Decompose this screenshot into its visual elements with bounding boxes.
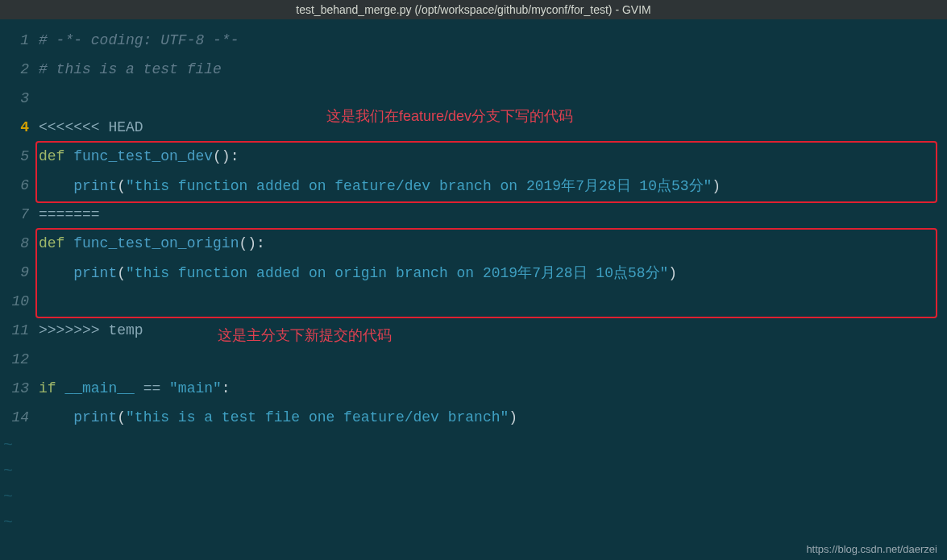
line-number: 11: [0, 322, 34, 338]
code-line: 5def func_test_on_dev():: [0, 142, 947, 171]
line-number: 7: [0, 206, 34, 222]
window-title: test_behand_merge.py (/opt/workspace/git…: [0, 0, 947, 19]
line-number: 8: [0, 235, 34, 251]
code-line: 7=======: [0, 200, 947, 229]
code-content[interactable]: =======: [34, 206, 100, 222]
empty-line-tilde: ~: [0, 509, 947, 535]
code-content[interactable]: >>>>>>> temp: [34, 322, 143, 338]
code-content[interactable]: # -*- coding: UTF-8 -*-: [34, 32, 239, 48]
code-content[interactable]: # this is a test file: [34, 61, 222, 77]
code-content[interactable]: print("this function added on origin bra…: [34, 263, 677, 282]
code-line: 4<<<<<<< HEAD: [0, 113, 947, 142]
line-number: 6: [0, 177, 34, 193]
line-number: 13: [0, 380, 34, 396]
code-line: 13if __main__ == "main":: [0, 374, 947, 403]
code-line: 6 print("this function added on feature/…: [0, 171, 947, 200]
code-line: 3: [0, 84, 947, 113]
code-content[interactable]: if __main__ == "main":: [34, 380, 231, 396]
line-number: 5: [0, 148, 34, 164]
code-line: 1# -*- coding: UTF-8 -*-: [0, 26, 947, 55]
code-content[interactable]: <<<<<<< HEAD: [34, 119, 143, 135]
line-number-current: 4: [0, 119, 34, 135]
code-line: 11>>>>>>> temp: [0, 316, 947, 345]
code-content[interactable]: print("this is a test file one feature/d…: [34, 409, 517, 425]
line-number: 1: [0, 32, 34, 48]
code-line: 2# this is a test file: [0, 55, 947, 84]
code-content[interactable]: def func_test_on_origin():: [34, 235, 265, 251]
line-number: 3: [0, 90, 34, 106]
line-number: 2: [0, 61, 34, 77]
watermark: https://blog.csdn.net/daerzei: [806, 543, 937, 555]
line-number: 10: [0, 293, 34, 309]
code-line: 8def func_test_on_origin():: [0, 229, 947, 258]
code-content[interactable]: print("this function added on feature/de…: [34, 176, 721, 195]
code-editor[interactable]: 1# -*- coding: UTF-8 -*- 2# this is a te…: [0, 19, 947, 535]
code-content[interactable]: def func_test_on_dev():: [34, 148, 239, 164]
code-line: 14 print("this is a test file one featur…: [0, 403, 947, 432]
empty-line-tilde: ~: [0, 432, 947, 458]
code-line: 10: [0, 287, 947, 316]
line-number: 14: [0, 409, 34, 425]
line-number: 12: [0, 351, 34, 367]
empty-line-tilde: ~: [0, 483, 947, 509]
empty-line-tilde: ~: [0, 458, 947, 483]
line-number: 9: [0, 264, 34, 280]
code-line: 9 print("this function added on origin b…: [0, 258, 947, 287]
code-line: 12: [0, 345, 947, 374]
